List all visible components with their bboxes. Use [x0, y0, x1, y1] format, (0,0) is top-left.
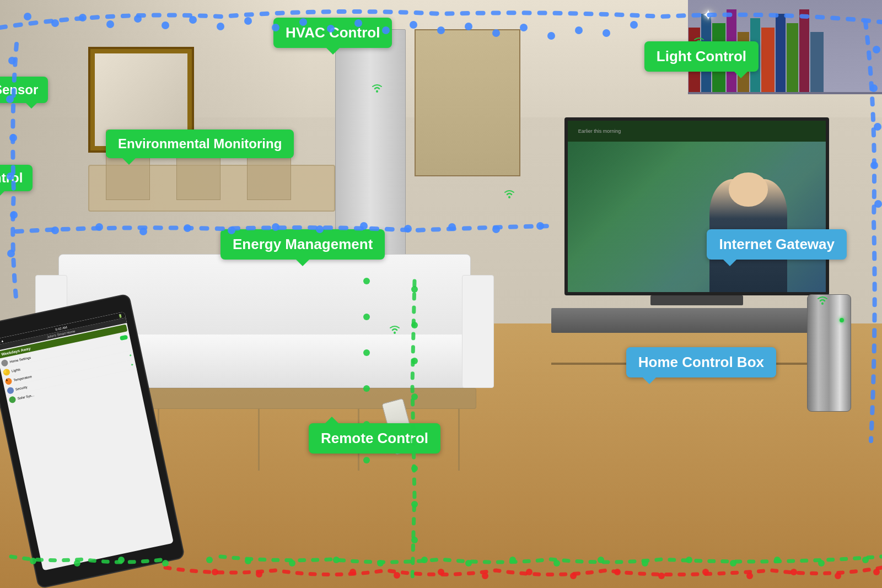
hub-cylinder: [807, 294, 851, 412]
control-label: ntrol: [0, 165, 33, 191]
sparkle-icon: ✦: [702, 6, 714, 24]
home-control-label: Home Control Box: [626, 347, 776, 377]
svg-point-5: [821, 303, 824, 305]
internet-gateway-label: Internet Gateway: [707, 229, 847, 260]
wifi-icon-6: [816, 294, 829, 309]
phone-signal: ▲▲: [0, 339, 4, 343]
tv-furniture: [551, 308, 842, 333]
cabinet: [415, 29, 520, 176]
svg-point-3: [394, 332, 396, 334]
tv-stand-base: [650, 295, 743, 305]
wifi-icon-4: [388, 323, 401, 338]
light-control-label: Light Control: [644, 41, 759, 72]
hvac-label: HVAC Control: [273, 18, 392, 48]
tv-screen: Earlier this morning: [564, 117, 829, 295]
svg-point-2: [508, 196, 510, 198]
wifi-icon-3: [503, 188, 516, 202]
environmental-label: Environmental Monitoring: [106, 130, 294, 158]
svg-point-1: [376, 90, 378, 93]
sensor-label: Sensor: [0, 77, 48, 103]
energy-label: Energy Management: [220, 229, 385, 260]
wifi-icon-2: [370, 82, 384, 96]
remote-label: Remote Control: [309, 423, 440, 454]
